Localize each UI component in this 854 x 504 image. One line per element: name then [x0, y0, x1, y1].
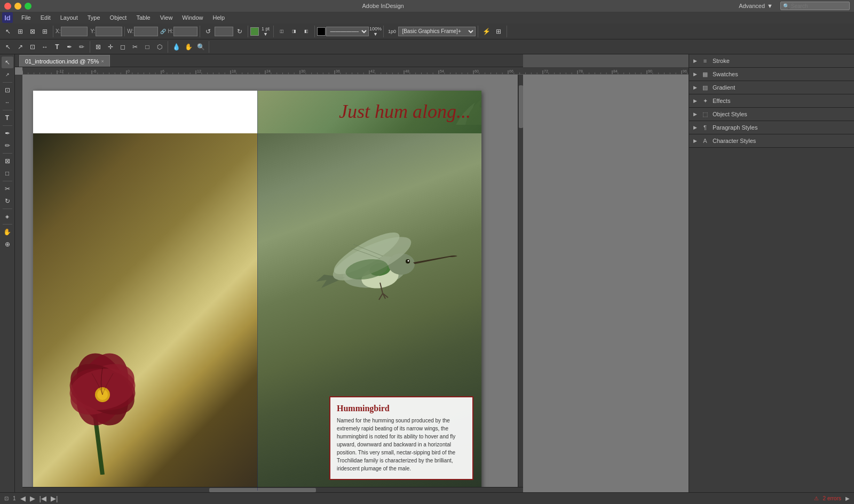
lightning-btn[interactable]: ⚡ — [480, 26, 492, 37]
tb2-eyedropper[interactable]: 💧 — [170, 41, 182, 53]
menu-object[interactable]: Object — [106, 13, 131, 22]
tool-scissors[interactable]: ✂ — [2, 183, 13, 195]
maximize-button[interactable] — [25, 3, 31, 10]
tb2-poly[interactable]: ⬡ — [154, 41, 165, 53]
stroke-percent-btn[interactable]: 100% ▼ — [369, 26, 381, 37]
tool-hand[interactable]: ✋ — [2, 226, 13, 238]
panel-header-swatches[interactable]: ▶ ▦ Swatches — [689, 68, 854, 81]
minimize-button[interactable] — [14, 3, 21, 10]
toolbar-group-rotate: ↺ ↻ — [202, 26, 248, 37]
tool-transform[interactable]: ↻ — [2, 195, 13, 207]
stroke-color-box[interactable] — [317, 27, 326, 36]
rotate-ccw-btn[interactable]: ↺ — [202, 26, 214, 37]
flower-image — [44, 325, 161, 475]
tb2-cross[interactable]: ✛ — [105, 41, 116, 53]
panel-header-effects[interactable]: ▶ ✦ Effects — [689, 94, 854, 107]
svg-text:-12: -12 — [58, 69, 64, 73]
tb2-pencil[interactable]: ✏ — [76, 41, 88, 53]
panel-header-gradient[interactable]: ▶ ▤ Gradient — [689, 81, 854, 94]
stroke-align-outside[interactable]: ◧ — [301, 26, 312, 37]
advanced-button[interactable]: Advanced ▼ — [734, 2, 777, 10]
tb2-eraser[interactable]: ◻ — [117, 41, 129, 53]
tool-eyedropper[interactable]: ◈ — [2, 211, 13, 222]
tool-type[interactable]: T — [2, 112, 13, 124]
x-input[interactable]: -5p2.4 — [61, 27, 88, 36]
frame-type-select[interactable]: [Basic Graphics Frame]+ — [398, 27, 476, 36]
svg-rect-141 — [15, 75, 22, 501]
tool-gap[interactable]: ↔ — [2, 97, 13, 108]
menu-file[interactable]: File — [17, 13, 35, 22]
menu-edit[interactable]: Edit — [36, 13, 55, 22]
tool-pencil[interactable]: ✏ — [2, 140, 13, 151]
y-input[interactable]: 49p7.2 — [96, 27, 122, 36]
tool-pen[interactable]: ✒ — [2, 127, 13, 139]
tb2-rect[interactable]: □ — [141, 41, 153, 53]
toolbar-select-btn[interactable]: ↖ — [2, 26, 14, 37]
rotate-input[interactable] — [215, 27, 233, 36]
close-button[interactable] — [4, 3, 11, 10]
tb2-hand[interactable]: ✋ — [183, 41, 194, 53]
tab-close-btn[interactable]: × — [101, 59, 104, 64]
menu-table[interactable]: Table — [132, 13, 154, 22]
first-page-btn[interactable]: |◀ — [39, 494, 46, 502]
gradient-icon: ▤ — [701, 83, 709, 92]
tool-zoom[interactable]: ⊕ — [2, 238, 13, 250]
stroke-align-inside[interactable]: ◫ — [276, 26, 288, 37]
prev-page-btn[interactable]: ◀ — [20, 494, 26, 502]
menu-window[interactable]: Window — [178, 13, 207, 22]
tb2-arrow2[interactable]: ↗ — [14, 41, 26, 53]
stroke-align-center[interactable]: ◨ — [288, 26, 300, 37]
menu-type[interactable]: Type — [83, 13, 105, 22]
tool-page[interactable]: ⊡ — [2, 84, 13, 96]
tb2-page[interactable]: ⊡ — [27, 41, 38, 53]
toolbar-transform-btn[interactable]: ⊠ — [27, 26, 38, 37]
fill-color-box[interactable] — [250, 27, 259, 36]
tool-frame[interactable]: ⊠ — [2, 155, 13, 167]
toolbar-distribute-btn[interactable]: ⊞ — [39, 26, 51, 37]
stroke-weight-btn[interactable]: 1 pt ▼ — [259, 26, 271, 37]
document-tabbar: 01_introduction.indd @ 75% × — [15, 54, 523, 67]
svg-text:78: 78 — [579, 69, 583, 73]
h-input[interactable] — [173, 27, 197, 36]
w-input[interactable] — [134, 27, 158, 36]
horizontal-scrollbar[interactable] — [22, 487, 523, 492]
menu-view[interactable]: View — [156, 13, 177, 22]
panel-header-paragraph-styles[interactable]: ▶ ¶ Paragraph Styles — [689, 121, 854, 134]
toolbar-group-stroke: ◫ ◨ ◧ — [276, 26, 315, 37]
tool-select[interactable]: ↖ — [2, 57, 13, 68]
panel-header-object-styles[interactable]: ▶ ⬚ Object Styles — [689, 108, 854, 121]
search-input[interactable] — [780, 2, 850, 10]
constrain-btn[interactable]: 🔗 — [159, 26, 167, 37]
pages-btn[interactable]: ⊞ — [493, 26, 504, 37]
menu-layout[interactable]: Layout — [56, 13, 82, 22]
statusbar: ⊡ 1 ◀ ▶ |◀ ▶| ⚠ 2 errors ▶ — [0, 492, 854, 504]
last-page-btn[interactable]: ▶| — [51, 494, 58, 502]
tb2-type[interactable]: T — [51, 41, 63, 53]
document-tab[interactable]: 01_introduction.indd @ 75% × — [19, 55, 110, 67]
canvas-area[interactable]: -12-606121824303642485460667278849096 — [15, 67, 689, 504]
rotate-cw-btn[interactable]: ↻ — [234, 26, 246, 37]
menu-help[interactable]: Help — [208, 13, 229, 22]
tb2-path[interactable]: ✒ — [64, 41, 75, 53]
tool-direct-select[interactable]: ↗ — [2, 69, 13, 81]
tb2-frame-rect[interactable]: ⊠ — [92, 41, 104, 53]
tb2-zoom[interactable]: 🔍 — [195, 41, 207, 53]
tool-shape[interactable]: □ — [2, 167, 13, 179]
effects-arrow: ▶ — [693, 98, 698, 103]
panel-header-stroke[interactable]: ▶ ≡ Stroke — [689, 54, 854, 67]
next-page-btn[interactable]: ▶ — [30, 494, 35, 502]
vertical-scrollbar[interactable] — [518, 75, 523, 492]
tb2-arrow1[interactable]: ↖ — [2, 41, 14, 53]
tb2-scissors[interactable]: ✂ — [129, 41, 141, 53]
tool-separator-4 — [3, 153, 12, 154]
hscroll-thumb[interactable] — [209, 488, 316, 492]
vscroll-thumb[interactable] — [519, 85, 523, 128]
error-expand[interactable]: ▶ — [845, 495, 850, 501]
stroke-style-select[interactable]: —————— — [326, 27, 369, 36]
panel-header-character-styles[interactable]: ▶ A Character Styles — [689, 134, 854, 147]
toolbar-arrange-btn[interactable]: ⊞ — [14, 26, 26, 37]
panel-section-swatches: ▶ ▦ Swatches — [689, 68, 854, 81]
toolbar2-group-shapes: ⊠ ✛ ◻ ✂ □ ⬡ — [92, 41, 168, 53]
stroke-val-btn[interactable]: 1p0 — [386, 26, 398, 37]
tb2-gap[interactable]: ↔ — [39, 41, 51, 53]
